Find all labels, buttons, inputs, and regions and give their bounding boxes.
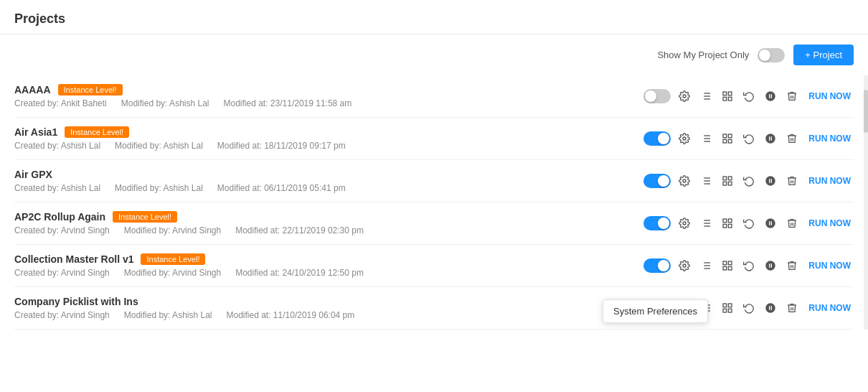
list-icon[interactable]: [698, 131, 714, 146]
created-by: Created by: Ashish Lal: [14, 183, 100, 193]
svg-point-11: [683, 137, 686, 140]
project-toggle[interactable]: [643, 89, 671, 103]
zendesk-icon[interactable]: [763, 88, 778, 104]
project-name-row: AP2C Rollup Again Instance Level!: [14, 211, 643, 223]
svg-rect-30: [729, 177, 732, 180]
svg-rect-31: [729, 182, 732, 185]
projects-list: AAAAA Instance Level! Created by: Ankit …: [0, 75, 868, 330]
history-icon[interactable]: [741, 215, 757, 231]
grid-icon[interactable]: [720, 258, 735, 274]
delete-icon[interactable]: [784, 173, 800, 189]
zendesk-icon[interactable]: [763, 215, 778, 231]
project-toggle[interactable]: [643, 174, 671, 188]
history-icon[interactable]: [741, 173, 757, 189]
project-toggle[interactable]: [643, 258, 671, 273]
modified-at: Modified at: 11/10/2019 06:04 pm: [227, 310, 355, 320]
project-meta: Created by: Ashish Lal Modified by: Ashi…: [14, 141, 643, 151]
project-name-row: Company Picklist with Ins: [14, 296, 643, 307]
svg-point-44: [683, 264, 686, 267]
created-by: Created by: Ankit Baheti: [14, 98, 107, 108]
svg-rect-32: [723, 182, 727, 185]
project-toggle[interactable]: [643, 131, 671, 146]
svg-point-0: [683, 95, 686, 98]
grid-icon[interactable]: [720, 300, 735, 316]
project-name: Air GPX: [14, 169, 52, 180]
grid-icon[interactable]: [720, 131, 735, 146]
table-row: AAAAA Instance Level! Created by: Ankit …: [14, 75, 854, 118]
svg-rect-10: [723, 97, 727, 101]
modified-by: Modified by: Ashish Lal: [115, 141, 203, 151]
created-by: Created by: Arvind Singh: [14, 310, 110, 320]
settings-icon[interactable]: [676, 258, 692, 274]
show-my-project-toggle[interactable]: [758, 48, 785, 62]
settings-icon[interactable]: [676, 173, 692, 189]
zendesk-icon[interactable]: [763, 258, 778, 274]
modified-at: Modified at: 23/11/2019 11:58 am: [224, 98, 352, 108]
project-actions: RUN NOW: [643, 258, 854, 274]
settings-icon[interactable]: [676, 88, 692, 104]
svg-rect-62: [723, 304, 727, 307]
run-now-button[interactable]: RUN NOW: [806, 218, 854, 228]
list-icon[interactable]: [698, 173, 714, 189]
delete-icon[interactable]: [784, 131, 800, 146]
history-icon[interactable]: [741, 258, 757, 274]
instance-level-badge: Instance Level!: [113, 211, 177, 223]
project-name: AP2C Rollup Again: [14, 211, 105, 223]
settings-icon[interactable]: [676, 131, 692, 146]
created-by: Created by: Ashish Lal: [14, 141, 100, 151]
modified-by: Modified by: Ashish Lal: [124, 310, 212, 320]
created-by: Created by: Arvind Singh: [14, 225, 110, 235]
project-toggle[interactable]: [643, 216, 671, 230]
grid-icon[interactable]: [720, 173, 735, 189]
modified-by: Modified by: Arvind Singh: [124, 225, 221, 235]
run-now-button[interactable]: RUN NOW: [806, 176, 854, 186]
zendesk-icon[interactable]: [763, 131, 778, 146]
list-icon[interactable]: [698, 215, 714, 231]
history-icon[interactable]: [741, 88, 757, 104]
svg-rect-21: [723, 139, 727, 143]
svg-rect-42: [729, 224, 732, 228]
scrollbar-track[interactable]: [864, 75, 868, 330]
list-icon[interactable]: [698, 88, 714, 104]
project-name-row: Collection Master Roll v1 Instance Level…: [14, 253, 643, 265]
list-icon[interactable]: [698, 258, 714, 274]
run-now-button[interactable]: RUN NOW: [806, 261, 854, 271]
zendesk-icon[interactable]: [763, 173, 778, 189]
delete-icon[interactable]: [784, 300, 800, 316]
run-now-button[interactable]: RUN NOW: [806, 303, 854, 313]
svg-rect-41: [729, 219, 732, 223]
modified-at: Modified at: 22/11/2019 02:30 pm: [235, 225, 364, 235]
modified-at: Modified at: 18/11/2019 09:17 pm: [217, 141, 346, 151]
table-row: AP2C Rollup Again Instance Level! Create…: [14, 202, 854, 245]
history-icon[interactable]: [741, 300, 757, 316]
run-now-button[interactable]: RUN NOW: [806, 134, 854, 144]
modified-by: Modified by: Ashish Lal: [121, 98, 209, 108]
page-header: Projects: [0, 0, 868, 34]
run-now-button[interactable]: RUN NOW: [806, 91, 854, 101]
settings-icon[interactable]: [676, 215, 692, 231]
svg-rect-54: [723, 266, 727, 270]
modified-by: Modified by: Arvind Singh: [124, 268, 221, 278]
project-name-row: AAAAA Instance Level!: [14, 84, 643, 95]
grid-icon[interactable]: [720, 88, 735, 104]
project-name-row: Air GPX: [14, 169, 643, 180]
project-actions: RUN NOW: [643, 88, 854, 104]
project-actions: RUN NOW: [643, 131, 854, 146]
modified-by: Modified by: Ashish Lal: [115, 183, 203, 193]
project-name: AAAAA: [14, 84, 51, 95]
scrollbar-thumb[interactable]: [864, 90, 868, 133]
history-icon[interactable]: [741, 131, 757, 146]
add-project-button[interactable]: + Project: [793, 45, 854, 65]
modified-at: Modified at: 06/11/2019 05:41 pm: [217, 183, 346, 193]
grid-icon[interactable]: [720, 215, 735, 231]
project-name: Air Asia1: [14, 126, 57, 138]
delete-icon[interactable]: [784, 258, 800, 274]
zendesk-icon[interactable]: [763, 300, 778, 316]
svg-rect-43: [723, 224, 727, 228]
table-row: Air Asia1 Instance Level! Created by: As…: [14, 118, 854, 160]
svg-point-22: [683, 179, 686, 182]
instance-level-badge: Instance Level!: [65, 126, 129, 138]
project-info: Collection Master Roll v1 Instance Level…: [14, 253, 643, 278]
delete-icon[interactable]: [784, 215, 800, 231]
delete-icon[interactable]: [784, 88, 800, 104]
